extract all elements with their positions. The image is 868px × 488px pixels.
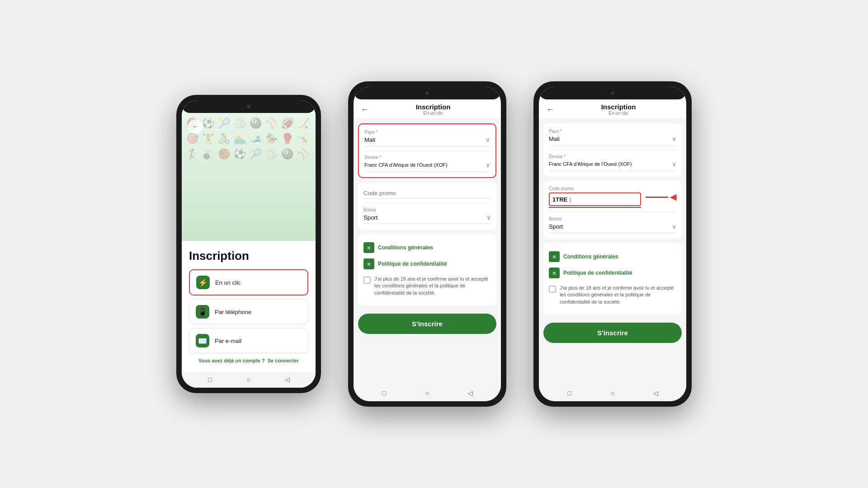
nav-circle[interactable]: ○ (244, 375, 254, 385)
phone2-code-promo-input[interactable] (363, 188, 491, 199)
phone2-header: ← Inscription En un clic (354, 99, 501, 119)
phone2-devise-field: Devise * Franc CFA d'Afrique de l'Ouest … (364, 155, 490, 172)
devise-chevron-icon: ∨ (486, 161, 490, 169)
phone2-pays-value[interactable]: Mali ∨ (364, 136, 490, 146)
nav-back[interactable]: ◁ (282, 375, 292, 385)
phone3-politique-row[interactable]: ≡ Politique de confidentialité (549, 265, 676, 281)
phone3-header: ← Inscription En un clic (539, 99, 686, 119)
nav3-square[interactable]: □ (565, 388, 575, 398)
phone3-arrow-annotation: ◀ (646, 192, 676, 202)
phone1-notch (182, 100, 316, 113)
phone3-devise-value[interactable]: Franc CFA d'Afrique de l'Ouest (XOF) ∨ (549, 160, 676, 171)
phone3-register-button[interactable]: S'inscrire (543, 323, 682, 343)
phone3-conditions-card: ≡ Conditions générales ≡ Politique de co… (543, 243, 682, 314)
phone2-conditions-card: ≡ Conditions générales ≡ Politique de co… (358, 234, 496, 305)
phone-1: CELTIS MTN 19:59 📶 🔋 🏀⚽🎾🏐🎱 ⚾🏈🏒🎯🏋️ 🚴🏊🎿🏇🥊 … (176, 95, 321, 393)
phone3-promo-row: Code promo 1TRE | ◀ (549, 186, 676, 208)
option-par-telephone[interactable]: 📱 Par téléphone (189, 299, 308, 324)
phone2-devise-value[interactable]: Franc CFA d'Afrique de l'Ouest (XOF) ∨ (364, 161, 490, 172)
phone3-conditions-row[interactable]: ≡ Conditions générales (549, 249, 676, 265)
phone2-country-card: Pays * Mali ∨ Devise * Franc CFA d'Afriq… (358, 123, 496, 178)
nav2-circle[interactable]: ○ (422, 388, 432, 398)
phone3-bonus-field: Bonus Sport ∨ (549, 216, 676, 233)
phone3-devise-chevron: ∨ (672, 160, 676, 168)
phone-2: CELTIS MTN 20:01 📶 🔋 ← Inscription En un… (348, 81, 506, 407)
email-icon: ✉️ (196, 334, 209, 347)
phone1-bottom-nav: □ ○ ◁ (182, 371, 316, 388)
phone2-checkbox[interactable] (363, 277, 371, 284)
nav-square[interactable]: □ (205, 375, 215, 385)
sports-icons-pattern: 🏀⚽🎾🏐🎱 ⚾🏈🏒🎯🏋️ 🚴🏊🎿🏇🥊 🤸🏌️🎳🏀⚽ 🎾🏐🎱⚾ (182, 113, 316, 241)
phone3-politique-icon: ≡ (549, 267, 560, 278)
phone3-promo-card: Code promo 1TRE | ◀ (543, 181, 682, 239)
phone3-bonus-chevron: ∨ (672, 223, 676, 230)
pays-chevron-icon: ∨ (486, 136, 490, 143)
phone3-bottom-nav: □ ○ ◁ (539, 385, 686, 401)
phone1-sports-bg: 🏀⚽🎾🏐🎱 ⚾🏈🏒🎯🏋️ 🚴🏊🎿🏇🥊 🤸🏌️🎳🏀⚽ 🎾🏐🎱⚾ ← (182, 113, 316, 241)
phone2-bonus-value[interactable]: Sport ∨ (363, 214, 491, 224)
nav3-back[interactable]: ◁ (651, 388, 660, 398)
phone2-form-body: Pays * Mali ∨ Devise * Franc CFA d'Afriq… (354, 119, 501, 385)
phone-icon: 📱 (196, 305, 209, 319)
phone3-code-promo-wrapper: Code promo 1TRE | (549, 186, 641, 208)
phone2-promo-card: Bonus Sport ∨ (358, 183, 496, 230)
phone3-form-body: Pays * Mali ∨ Devise * Franc CFA d'Afriq… (539, 119, 686, 385)
bonus-chevron-icon: ∨ (486, 214, 491, 221)
phone3-conditions-icon: ≡ (549, 251, 560, 262)
phone2-code-promo-field (363, 188, 491, 199)
conditions-doc-icon: ≡ (363, 242, 374, 253)
phone2-checkbox-row: J'ai plus de 18 ans et je confirme avoir… (363, 272, 491, 300)
option-par-email[interactable]: ✉️ Par e-mail (189, 328, 308, 353)
phone3-devise-field: Devise * Franc CFA d'Afrique de l'Ouest … (549, 154, 676, 171)
phone3-pays-value[interactable]: Mali ∨ (549, 135, 676, 145)
phone2-bottom-nav: □ ○ ◁ (354, 385, 501, 401)
phone2-register-button[interactable]: S'inscrire (358, 314, 496, 334)
login-footer: Vous avez déjà un compte ? Se connecter (189, 358, 308, 363)
phone3-country-card: Pays * Mali ∨ Devise * Franc CFA d'Afriq… (543, 123, 682, 176)
phone2-back-arrow[interactable]: ← (361, 105, 369, 114)
phone1-back-button[interactable]: ← (188, 119, 203, 134)
phone1-options-panel: Inscription ⚡ En un clic 📱 Par téléphone… (182, 241, 316, 371)
phone2-header-text: Inscription En un clic (373, 103, 494, 116)
phone3-code-promo-highlighted-box: 1TRE | (549, 192, 641, 206)
nav2-back[interactable]: ◁ (465, 388, 475, 398)
phone3-checkbox-row: J'ai plus de 18 ans et je confirme avoir… (549, 281, 676, 309)
phone1-title: Inscription (189, 249, 308, 263)
phone2-pays-field: Pays * Mali ∨ (364, 130, 490, 146)
option-en-un-clic[interactable]: ⚡ En un clic (189, 269, 308, 296)
phone3-notch (539, 87, 686, 99)
phone3-pays-chevron: ∨ (672, 135, 676, 142)
phone2-conditions-row[interactable]: ≡ Conditions générales (363, 239, 491, 256)
phone2-notch (354, 87, 501, 99)
phone3-header-text: Inscription En un clic (558, 103, 679, 116)
politique-doc-icon: ≡ (363, 258, 374, 269)
phone2-bonus-field: Bonus Sport ∨ (363, 207, 491, 224)
phone3-checkbox[interactable] (549, 286, 556, 293)
nav3-circle[interactable]: ○ (608, 388, 618, 398)
phone3-pays-field: Pays * Mali ∨ (549, 129, 676, 145)
nav2-square[interactable]: □ (379, 388, 389, 398)
phone3-back-arrow[interactable]: ← (546, 105, 554, 114)
red-arrow-icon: ◀ (670, 192, 676, 202)
phone3-bonus-value[interactable]: Sport ∨ (549, 223, 676, 233)
lightning-icon: ⚡ (196, 276, 210, 289)
phone2-politique-row[interactable]: ≡ Politique de confidentialité (363, 256, 491, 272)
phone-3: CELTIS MTN 20:03 📶 🔋 ← Inscription En un… (533, 81, 692, 407)
